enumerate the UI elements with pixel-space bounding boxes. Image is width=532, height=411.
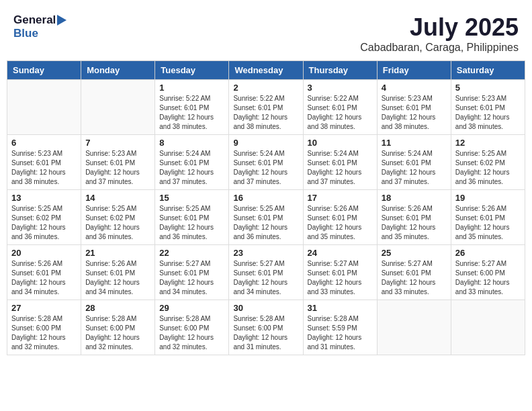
day-number: 1 <box>159 83 224 93</box>
calendar-cell <box>377 300 451 355</box>
day-number: 15 <box>159 193 224 203</box>
calendar-cell: 28Sunrise: 5:28 AM Sunset: 6:00 PM Dayli… <box>81 300 155 355</box>
day-number: 9 <box>233 138 298 148</box>
day-number: 7 <box>85 138 150 148</box>
calendar-week-row: 27Sunrise: 5:28 AM Sunset: 6:00 PM Dayli… <box>7 300 525 355</box>
cell-content: Sunrise: 5:27 AM Sunset: 6:01 PM Dayligh… <box>233 259 298 297</box>
calendar-cell <box>451 300 525 355</box>
logo: General Blue <box>13 13 66 40</box>
location-title: Cabadbaran, Caraga, Philippines <box>360 42 519 54</box>
calendar-cell: 22Sunrise: 5:27 AM Sunset: 6:01 PM Dayli… <box>155 245 229 300</box>
cell-content: Sunrise: 5:27 AM Sunset: 6:01 PM Dayligh… <box>159 259 224 297</box>
weekday-header-cell: Friday <box>377 61 451 80</box>
calendar-cell: 20Sunrise: 5:26 AM Sunset: 6:01 PM Dayli… <box>7 245 81 300</box>
day-number: 13 <box>11 193 77 203</box>
logo-general: General <box>13 13 56 27</box>
cell-content: Sunrise: 5:26 AM Sunset: 6:01 PM Dayligh… <box>11 259 77 297</box>
cell-content: Sunrise: 5:24 AM Sunset: 6:01 PM Dayligh… <box>308 149 373 187</box>
cell-content: Sunrise: 5:25 AM Sunset: 6:02 PM Dayligh… <box>11 204 77 242</box>
weekday-header-cell: Wednesday <box>229 61 303 80</box>
day-number: 11 <box>382 138 447 148</box>
title-area: July 2025 Cabadbaran, Caraga, Philippine… <box>360 13 519 54</box>
day-number: 16 <box>233 193 298 203</box>
day-number: 24 <box>308 248 373 258</box>
calendar-body: 1Sunrise: 5:22 AM Sunset: 6:01 PM Daylig… <box>7 80 525 355</box>
calendar-cell: 14Sunrise: 5:25 AM Sunset: 6:02 PM Dayli… <box>81 190 155 245</box>
day-number: 22 <box>159 248 224 258</box>
calendar-cell: 31Sunrise: 5:28 AM Sunset: 5:59 PM Dayli… <box>303 300 377 355</box>
calendar-cell: 3Sunrise: 5:22 AM Sunset: 6:01 PM Daylig… <box>303 80 377 135</box>
calendar-cell: 5Sunrise: 5:23 AM Sunset: 6:01 PM Daylig… <box>451 80 525 135</box>
day-number: 28 <box>85 303 150 313</box>
cell-content: Sunrise: 5:26 AM Sunset: 6:01 PM Dayligh… <box>382 204 447 242</box>
cell-content: Sunrise: 5:27 AM Sunset: 6:01 PM Dayligh… <box>382 259 447 297</box>
cell-content: Sunrise: 5:28 AM Sunset: 6:00 PM Dayligh… <box>159 314 224 352</box>
weekday-header-cell: Monday <box>81 61 155 80</box>
calendar-week-row: 1Sunrise: 5:22 AM Sunset: 6:01 PM Daylig… <box>7 80 525 135</box>
day-number: 30 <box>233 303 298 313</box>
day-number: 6 <box>11 138 77 148</box>
cell-content: Sunrise: 5:22 AM Sunset: 6:01 PM Dayligh… <box>159 94 224 132</box>
day-number: 25 <box>382 248 447 258</box>
day-number: 26 <box>455 248 521 258</box>
day-number: 4 <box>382 83 447 93</box>
calendar-cell: 29Sunrise: 5:28 AM Sunset: 6:00 PM Dayli… <box>155 300 229 355</box>
cell-content: Sunrise: 5:24 AM Sunset: 6:01 PM Dayligh… <box>382 149 447 187</box>
calendar-cell: 11Sunrise: 5:24 AM Sunset: 6:01 PM Dayli… <box>377 135 451 190</box>
cell-content: Sunrise: 5:23 AM Sunset: 6:01 PM Dayligh… <box>382 94 447 132</box>
cell-content: Sunrise: 5:28 AM Sunset: 6:00 PM Dayligh… <box>85 314 150 352</box>
calendar-cell: 6Sunrise: 5:23 AM Sunset: 6:01 PM Daylig… <box>7 135 81 190</box>
weekday-header-cell: Sunday <box>7 61 81 80</box>
calendar-week-row: 13Sunrise: 5:25 AM Sunset: 6:02 PM Dayli… <box>7 190 525 245</box>
cell-content: Sunrise: 5:25 AM Sunset: 6:02 PM Dayligh… <box>455 149 521 187</box>
calendar-cell: 25Sunrise: 5:27 AM Sunset: 6:01 PM Dayli… <box>377 245 451 300</box>
calendar-cell: 1Sunrise: 5:22 AM Sunset: 6:01 PM Daylig… <box>155 80 229 135</box>
cell-content: Sunrise: 5:27 AM Sunset: 6:01 PM Dayligh… <box>308 259 373 297</box>
calendar-cell: 13Sunrise: 5:25 AM Sunset: 6:02 PM Dayli… <box>7 190 81 245</box>
weekday-header-cell: Tuesday <box>155 61 229 80</box>
weekday-header-cell: Saturday <box>451 61 525 80</box>
calendar-cell: 19Sunrise: 5:26 AM Sunset: 6:01 PM Dayli… <box>451 190 525 245</box>
cell-content: Sunrise: 5:28 AM Sunset: 6:00 PM Dayligh… <box>11 314 77 352</box>
calendar-cell: 24Sunrise: 5:27 AM Sunset: 6:01 PM Dayli… <box>303 245 377 300</box>
day-number: 12 <box>455 138 521 148</box>
calendar-cell <box>7 80 81 135</box>
cell-content: Sunrise: 5:25 AM Sunset: 6:01 PM Dayligh… <box>159 204 224 242</box>
day-number: 27 <box>11 303 77 313</box>
calendar-week-row: 20Sunrise: 5:26 AM Sunset: 6:01 PM Dayli… <box>7 245 525 300</box>
calendar-cell: 27Sunrise: 5:28 AM Sunset: 6:00 PM Dayli… <box>7 300 81 355</box>
weekday-header-row: SundayMondayTuesdayWednesdayThursdayFrid… <box>7 61 525 80</box>
cell-content: Sunrise: 5:28 AM Sunset: 5:59 PM Dayligh… <box>308 314 373 352</box>
day-number: 17 <box>308 193 373 203</box>
day-number: 31 <box>308 303 373 313</box>
calendar-cell: 4Sunrise: 5:23 AM Sunset: 6:01 PM Daylig… <box>377 80 451 135</box>
calendar: SundayMondayTuesdayWednesdayThursdayFrid… <box>7 60 525 355</box>
day-number: 19 <box>455 193 521 203</box>
cell-content: Sunrise: 5:28 AM Sunset: 6:00 PM Dayligh… <box>233 314 298 352</box>
cell-content: Sunrise: 5:26 AM Sunset: 6:01 PM Dayligh… <box>85 259 150 297</box>
calendar-cell: 23Sunrise: 5:27 AM Sunset: 6:01 PM Dayli… <box>229 245 303 300</box>
weekday-header-cell: Thursday <box>303 61 377 80</box>
cell-content: Sunrise: 5:26 AM Sunset: 6:01 PM Dayligh… <box>308 204 373 242</box>
day-number: 10 <box>308 138 373 148</box>
calendar-cell: 26Sunrise: 5:27 AM Sunset: 6:00 PM Dayli… <box>451 245 525 300</box>
month-title: July 2025 <box>360 13 519 42</box>
day-number: 8 <box>159 138 224 148</box>
cell-content: Sunrise: 5:25 AM Sunset: 6:02 PM Dayligh… <box>85 204 150 242</box>
calendar-cell: 12Sunrise: 5:25 AM Sunset: 6:02 PM Dayli… <box>451 135 525 190</box>
calendar-cell: 2Sunrise: 5:22 AM Sunset: 6:01 PM Daylig… <box>229 80 303 135</box>
cell-content: Sunrise: 5:23 AM Sunset: 6:01 PM Dayligh… <box>85 149 150 187</box>
cell-content: Sunrise: 5:23 AM Sunset: 6:01 PM Dayligh… <box>455 94 521 132</box>
cell-content: Sunrise: 5:26 AM Sunset: 6:01 PM Dayligh… <box>455 204 521 242</box>
calendar-cell: 15Sunrise: 5:25 AM Sunset: 6:01 PM Dayli… <box>155 190 229 245</box>
day-number: 14 <box>85 193 150 203</box>
day-number: 5 <box>455 83 521 93</box>
calendar-cell: 10Sunrise: 5:24 AM Sunset: 6:01 PM Dayli… <box>303 135 377 190</box>
cell-content: Sunrise: 5:27 AM Sunset: 6:00 PM Dayligh… <box>455 259 521 297</box>
cell-content: Sunrise: 5:22 AM Sunset: 6:01 PM Dayligh… <box>233 94 298 132</box>
day-number: 18 <box>382 193 447 203</box>
calendar-cell: 9Sunrise: 5:24 AM Sunset: 6:01 PM Daylig… <box>229 135 303 190</box>
cell-content: Sunrise: 5:24 AM Sunset: 6:01 PM Dayligh… <box>233 149 298 187</box>
calendar-cell <box>81 80 155 135</box>
day-number: 29 <box>159 303 224 313</box>
